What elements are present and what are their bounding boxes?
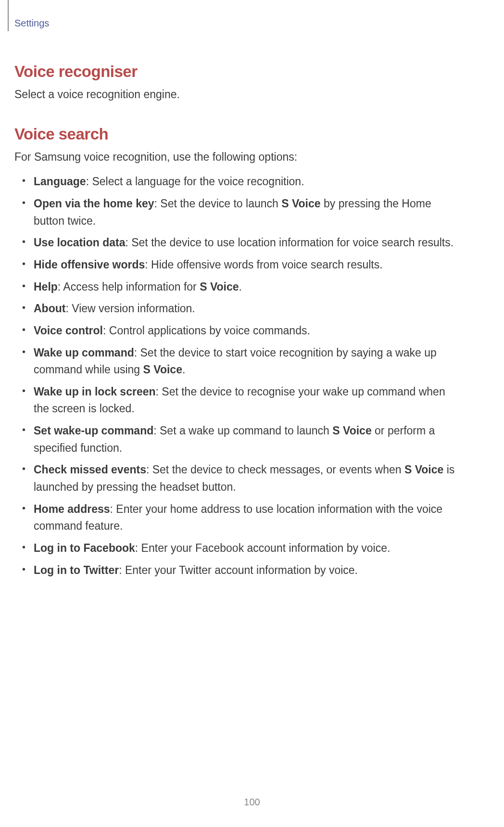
item-post: .: [182, 363, 185, 376]
item-term: Set wake-up command: [34, 424, 153, 437]
heading-voice-search: Voice search: [14, 125, 461, 143]
item-bold: S Voice: [332, 424, 371, 437]
page-content: Voice recogniser Select a voice recognit…: [14, 19, 461, 579]
list-item: Hide offensive words: Hide offensive wor…: [34, 256, 461, 274]
list-item: Set wake-up command: Set a wake up comma…: [34, 422, 461, 457]
section-voice-search: Voice search For Samsung voice recogniti…: [14, 125, 461, 579]
item-desc: : View version information.: [65, 302, 195, 315]
item-term: Hide offensive words: [34, 258, 145, 271]
list-item: Log in to Twitter: Enter your Twitter ac…: [34, 562, 461, 579]
item-term: Log in to Twitter: [34, 564, 119, 576]
item-desc: : Set the device to use location informa…: [125, 236, 454, 249]
heading-voice-recogniser: Voice recogniser: [14, 63, 461, 81]
item-term: About: [34, 302, 65, 315]
item-desc: : Enter your Facebook account informatio…: [135, 542, 391, 554]
breadcrumb: Settings: [14, 18, 49, 29]
list-item: Home address: Enter your home address to…: [34, 501, 461, 535]
item-desc: : Control applications by voice commands…: [103, 324, 310, 337]
item-bold: S Voice: [404, 463, 443, 476]
item-bold: S Voice: [281, 197, 320, 210]
item-bold: S Voice: [200, 280, 239, 293]
item-post: .: [239, 280, 242, 293]
item-pre: : Access help information for: [58, 280, 200, 293]
section-voice-recogniser: Voice recogniser Select a voice recognit…: [14, 63, 461, 102]
list-item: Voice control: Control applications by v…: [34, 322, 461, 340]
item-term: Wake up in lock screen: [34, 385, 156, 398]
item-pre: : Set the device to launch: [154, 197, 282, 210]
desc-voice-recogniser: Select a voice recognition engine.: [14, 87, 461, 102]
item-term: Use location data: [34, 236, 125, 249]
list-item: Help: Access help information for S Voic…: [34, 279, 461, 296]
voice-search-list: Language: Select a language for the voic…: [14, 173, 461, 579]
list-item: Wake up in lock screen: Set the device t…: [34, 383, 461, 418]
item-term: Home address: [34, 503, 110, 515]
list-item: Open via the home key: Set the device to…: [34, 195, 461, 229]
item-pre: : Set the device to check messages, or e…: [146, 463, 404, 476]
item-term: Open via the home key: [34, 197, 154, 210]
list-item: Wake up command: Set the device to start…: [34, 344, 461, 379]
item-desc: : Enter your Twitter account information…: [119, 564, 358, 576]
list-item: Use location data: Set the device to use…: [34, 234, 461, 252]
item-desc: : Hide offensive words from voice search…: [145, 258, 382, 271]
item-term: Voice control: [34, 324, 103, 337]
page-number: 100: [0, 797, 504, 808]
item-pre: : Set a wake up command to launch: [153, 424, 332, 437]
item-term: Wake up command: [34, 346, 134, 359]
list-item: Log in to Facebook: Enter your Facebook …: [34, 540, 461, 557]
intro-voice-search: For Samsung voice recognition, use the f…: [14, 149, 461, 165]
side-accent-line: [8, 0, 9, 31]
item-term: Language: [34, 175, 86, 188]
item-term: Log in to Facebook: [34, 542, 135, 554]
item-term: Check missed events: [34, 463, 146, 476]
item-term: Help: [34, 280, 58, 293]
item-desc: : Select a language for the voice recogn…: [86, 175, 304, 188]
list-item: Language: Select a language for the voic…: [34, 173, 461, 191]
list-item: Check missed events: Set the device to c…: [34, 461, 461, 496]
item-bold: S Voice: [143, 363, 182, 376]
list-item: About: View version information.: [34, 300, 461, 318]
